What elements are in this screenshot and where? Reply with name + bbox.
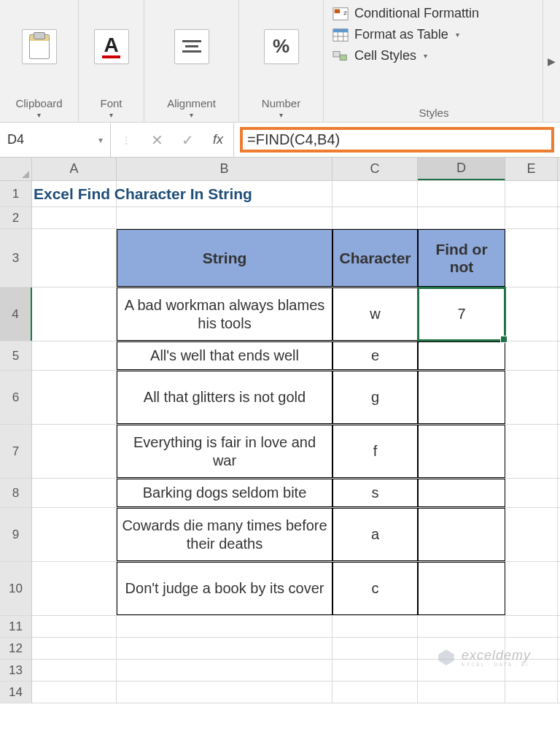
table-cell-string[interactable]: Everything is fair in love and war <box>117 425 332 478</box>
chevron-down-icon[interactable]: ▾ <box>100 111 122 119</box>
cell[interactable] <box>117 616 332 637</box>
table-cell-find[interactable] <box>418 562 505 615</box>
cell[interactable] <box>332 660 418 681</box>
table-cell-char[interactable]: c <box>332 562 418 615</box>
table-cell-char[interactable]: f <box>332 425 418 478</box>
cell[interactable] <box>332 682 418 703</box>
cell[interactable] <box>505 229 558 287</box>
cell[interactable] <box>505 341 558 370</box>
col-header-C[interactable]: C <box>332 158 418 180</box>
cell[interactable] <box>117 638 332 659</box>
table-cell-find[interactable] <box>418 479 505 507</box>
font-button[interactable]: A <box>94 29 129 64</box>
cell[interactable] <box>117 682 332 703</box>
cell[interactable] <box>332 207 418 228</box>
table-cell-find[interactable] <box>418 508 505 561</box>
col-header-D[interactable]: D <box>418 158 505 180</box>
cell[interactable] <box>332 616 418 637</box>
row-header-12[interactable]: 12 <box>0 638 32 659</box>
cell[interactable] <box>418 616 505 637</box>
table-cell-char[interactable]: a <box>332 508 418 561</box>
col-header-A[interactable]: A <box>32 158 117 180</box>
table-cell-string[interactable]: Cowards die many times before their deat… <box>117 508 332 561</box>
number-format-button[interactable]: % <box>264 29 299 64</box>
table-cell-string[interactable]: All's well that ends well <box>117 341 332 370</box>
cell[interactable] <box>505 371 558 424</box>
cell[interactable] <box>32 562 117 615</box>
cell[interactable] <box>32 682 117 703</box>
table-header-find[interactable]: Find or not <box>418 229 505 287</box>
table-cell-char[interactable]: w <box>332 287 418 341</box>
formula-input[interactable]: =FIND(C4,B4) <box>234 123 560 157</box>
table-cell-find[interactable] <box>418 425 505 478</box>
cell[interactable] <box>32 371 117 424</box>
cell[interactable] <box>505 181 558 206</box>
cell[interactable] <box>32 508 117 561</box>
table-cell-string[interactable]: Barking dogs seldom bite <box>117 479 332 507</box>
table-cell-string[interactable]: Don't judge a book by its cover <box>117 562 332 615</box>
cancel-formula-button[interactable]: ✕ <box>141 131 172 149</box>
cell[interactable] <box>32 287 117 341</box>
cell[interactable] <box>332 181 418 206</box>
row-header-7[interactable]: 7 <box>0 425 32 478</box>
row-header-4[interactable]: 4 <box>0 287 32 341</box>
row-header-13[interactable]: 13 <box>0 660 32 681</box>
cell[interactable] <box>32 207 117 228</box>
cell[interactable] <box>505 682 558 703</box>
table-cell-find[interactable] <box>418 371 505 424</box>
table-cell-char[interactable]: e <box>332 341 418 370</box>
format-as-table-button[interactable]: Format as Table▾ <box>332 27 535 42</box>
cell[interactable] <box>32 229 117 287</box>
cell[interactable] <box>418 207 505 228</box>
cell[interactable] <box>505 479 558 507</box>
chevron-down-icon[interactable]: ▾ <box>262 111 300 119</box>
cell[interactable] <box>117 207 332 228</box>
table-cell-char[interactable]: g <box>332 371 418 424</box>
selected-cell[interactable]: 7 <box>418 287 505 341</box>
page-title[interactable]: Excel Find Character In String <box>32 181 117 206</box>
insert-function-button[interactable]: fx <box>203 132 233 147</box>
conditional-formatting-button[interactable]: ≠ Conditional Formattin <box>332 6 535 21</box>
table-cell-find[interactable] <box>418 341 505 370</box>
table-header-string[interactable]: String <box>117 229 332 287</box>
row-header-9[interactable]: 9 <box>0 508 32 561</box>
cell[interactable] <box>505 508 558 561</box>
row-header-11[interactable]: 11 <box>0 616 32 637</box>
cell[interactable] <box>505 562 558 615</box>
cell[interactable] <box>117 660 332 681</box>
row-header-3[interactable]: 3 <box>0 229 32 287</box>
row-header-8[interactable]: 8 <box>0 479 32 507</box>
alignment-button[interactable] <box>174 29 209 64</box>
cell[interactable] <box>32 341 117 370</box>
cell[interactable] <box>505 287 558 341</box>
cell[interactable] <box>505 616 558 637</box>
cell[interactable] <box>32 425 117 478</box>
row-header-6[interactable]: 6 <box>0 371 32 424</box>
row-header-5[interactable]: 5 <box>0 341 32 370</box>
table-cell-char[interactable]: s <box>332 479 418 507</box>
cell[interactable] <box>32 479 117 507</box>
select-all-corner[interactable] <box>0 158 32 180</box>
cell[interactable] <box>32 660 117 681</box>
cell[interactable] <box>505 207 558 228</box>
chevron-down-icon[interactable]: ▾ <box>15 111 62 119</box>
cell[interactable] <box>117 181 332 206</box>
col-header-E[interactable]: E <box>505 158 558 180</box>
chevron-down-icon[interactable]: ▾ <box>167 111 216 119</box>
table-cell-string[interactable]: A bad workman always blames his tools <box>117 287 332 341</box>
paste-button[interactable] <box>22 29 57 64</box>
cell[interactable] <box>332 638 418 659</box>
row-header-1[interactable]: 1 <box>0 181 32 206</box>
table-header-char[interactable]: Character <box>332 229 418 287</box>
table-cell-string[interactable]: All that glitters is not gold <box>117 371 332 424</box>
cell[interactable] <box>32 638 117 659</box>
ribbon-scroll-right[interactable]: ▶ <box>542 0 560 122</box>
cell[interactable] <box>32 616 117 637</box>
cell[interactable] <box>505 425 558 478</box>
name-box[interactable]: D4 <box>0 123 111 157</box>
col-header-B[interactable]: B <box>117 158 332 180</box>
cell[interactable] <box>418 181 505 206</box>
row-header-2[interactable]: 2 <box>0 207 32 228</box>
row-header-10[interactable]: 10 <box>0 562 32 615</box>
cell-styles-button[interactable]: Cell Styles▾ <box>332 48 535 63</box>
